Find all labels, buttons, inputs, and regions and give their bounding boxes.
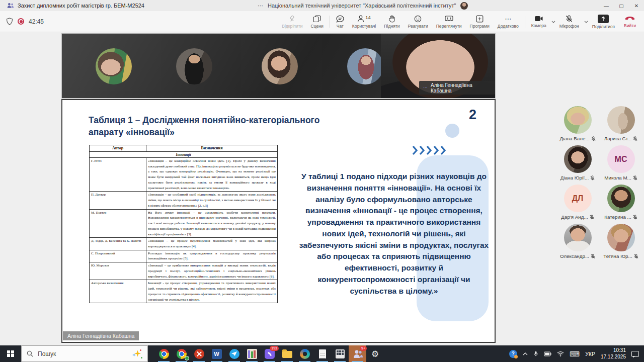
mic-muted-icon — [591, 254, 595, 259]
participants-count: 14 — [365, 15, 371, 20]
taskbar-settings[interactable]: ⚙ — [366, 345, 384, 362]
toolbar-divider — [330, 16, 330, 28]
tray-mic-icon[interactable] — [533, 350, 538, 357]
slide-summary-text: У таблиці 1 подано підходи різних науков… — [297, 171, 491, 297]
presentation-slide: Таблиця 1 – Дослідження понятійно-катего… — [62, 100, 495, 342]
apps-button[interactable]: Програми — [466, 11, 494, 32]
avatar — [607, 224, 635, 251]
scissors-icon — [194, 349, 204, 359]
windows-taskbar: Пошук W 193 9+ ⚙ ? — [0, 345, 644, 362]
telegram-icon — [229, 349, 239, 359]
chrome-icon — [159, 349, 169, 359]
participant-tile[interactable]: Тетяна Юр... — [600, 224, 642, 259]
decor-ring — [445, 124, 459, 138]
chat-button[interactable]: Чат — [332, 11, 348, 32]
table-row: П. Друкер «Інновація – це особливий засі… — [90, 192, 278, 209]
recording-icon — [18, 18, 24, 25]
participant-tile[interactable]: МС Микола М... — [600, 145, 642, 180]
participant-video-avatar[interactable] — [96, 48, 132, 84]
mic-chevron-icon[interactable] — [584, 21, 588, 23]
battery-icon[interactable] — [544, 351, 551, 356]
slide-title: Таблиця 1 – Дослідження понятійно-катего… — [89, 114, 336, 138]
wifi-icon[interactable] — [557, 351, 564, 356]
titlebar-more-icon[interactable]: ⋯ — [258, 3, 263, 9]
participant-tile[interactable]: Діана Юрії... — [556, 145, 599, 180]
more-button[interactable]: ⋯ Додатково — [494, 11, 523, 32]
maximize-button[interactable]: ▢ — [614, 0, 629, 11]
unpin-button[interactable]: Відкріпити — [278, 11, 306, 32]
touch-keyboard-icon[interactable]: ⌨ — [570, 350, 580, 358]
start-button[interactable] — [0, 345, 21, 362]
camera-button[interactable]: Камера — [527, 11, 550, 32]
taskbar-chrome-2[interactable] — [173, 345, 190, 362]
mic-muted-icon — [566, 15, 573, 23]
notification-center-icon[interactable] — [631, 351, 639, 357]
mic-muted-icon — [590, 175, 595, 180]
taskbar-word[interactable]: W — [208, 345, 225, 362]
tag-more-icon[interactable]: ⋯ — [423, 85, 428, 90]
meeting-title: Захист дипломних робіт магістрів гр. БЕМ… — [18, 3, 144, 9]
taskbar-winrar[interactable] — [243, 345, 261, 362]
participant-tile[interactable]: Катерина ... — [600, 185, 642, 220]
folder-icon — [282, 351, 292, 358]
view-button[interactable]: Переглянути — [432, 11, 466, 32]
minimize-button[interactable]: — — [599, 0, 614, 11]
calculator-icon — [336, 349, 345, 358]
share-button[interactable]: Поділитися — [588, 11, 619, 32]
table-row: С. Покропивний Розглядає інновацію як «у… — [90, 250, 278, 262]
taskbar-graphics-app[interactable] — [296, 345, 313, 362]
scenes-button[interactable]: Сцени — [306, 11, 327, 32]
taskbar-capture-app[interactable] — [190, 345, 208, 362]
gear-icon: ⚙ — [371, 349, 379, 359]
participant-video-avatar[interactable] — [176, 48, 212, 84]
react-button[interactable]: Реагувати — [404, 11, 432, 32]
meeting-people-icon — [7, 3, 14, 9]
table-row: Авторське визначення Інновації - це проц… — [90, 280, 278, 303]
taskbar-calculator[interactable] — [331, 345, 349, 362]
speaker-name-tag: ⋯ Аліна Геннадіївна Кабашна — [419, 81, 495, 95]
chrome-profile-badge — [185, 356, 189, 360]
participant-tile[interactable]: ДЛ Дар'я Анд... — [556, 185, 599, 220]
chat-icon — [336, 15, 344, 23]
raise-hand-button[interactable]: Підняти — [380, 11, 404, 32]
taskbar-teams[interactable]: 9+ — [349, 345, 366, 362]
taskbar-explorer[interactable] — [278, 345, 296, 362]
taskbar-search-input[interactable]: Пошук — [21, 345, 148, 362]
participant-tile[interactable]: Діана Вале... — [556, 106, 599, 141]
viber-badge: 193 — [270, 346, 279, 351]
close-button[interactable]: ✕ — [629, 0, 644, 11]
speaker-video-tile[interactable]: ⋯ Аліна Геннадіївна Кабашна — [381, 34, 495, 98]
chevron-right-icon — [412, 145, 418, 155]
taskbar-notepad[interactable] — [313, 345, 331, 362]
participant-video-avatar[interactable] — [347, 48, 383, 84]
mic-button[interactable]: Мікрофон — [555, 11, 583, 32]
table-row: Ю. Морозов «Інновації – це прибуткове ви… — [90, 262, 278, 280]
col-header-author: Автор — [90, 145, 146, 152]
leave-button[interactable]: Вийти — [619, 11, 641, 32]
scenes-icon — [313, 15, 321, 23]
hangup-phone-icon — [625, 15, 635, 22]
participants-button[interactable]: 14 Користувачі — [348, 11, 380, 32]
participant-video-avatar[interactable] — [262, 48, 298, 84]
decor-chevrons — [412, 145, 446, 155]
tray-clock[interactable]: 10:31 17.12.2025 — [601, 347, 626, 360]
winrar-icon — [247, 349, 257, 359]
participant-tile[interactable]: Лариса Ст... — [600, 106, 642, 141]
avatar-initials: МС — [607, 145, 635, 173]
col-header-definition: Визначення — [146, 145, 278, 152]
chevron-right-icon — [440, 145, 446, 155]
search-highlights-icon — [132, 349, 142, 359]
language-indicator[interactable]: УКР — [585, 351, 595, 357]
speaker-name: Аліна Геннадіївна Кабашна — [431, 82, 491, 94]
account-avatar[interactable] — [460, 2, 468, 10]
tray-chevron-up-icon[interactable] — [523, 352, 528, 355]
mic-muted-icon — [633, 215, 637, 220]
taskbar-telegram[interactable] — [225, 345, 243, 362]
participant-tile[interactable]: Олександр... — [556, 224, 599, 259]
table-header-row: Автор Визначення — [90, 145, 278, 152]
camera-chevron-icon[interactable] — [551, 21, 555, 23]
taskbar-viber[interactable]: 193 — [261, 345, 278, 362]
taskbar-chrome-1[interactable] — [155, 345, 173, 362]
help-icon[interactable]: ? — [509, 350, 517, 358]
view-room-icon — [445, 15, 453, 23]
